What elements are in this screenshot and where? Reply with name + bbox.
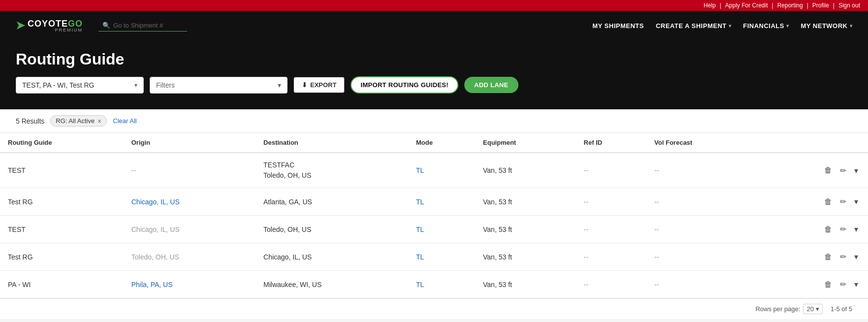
expand-button[interactable]: ▾ [852,164,860,177]
chevron-down-icon: ▾ [786,23,789,29]
col-mode: Mode [408,133,475,153]
apply-credit-link[interactable]: Apply For Credit [725,2,768,9]
cell-actions: 🗑 ✏ ▾ [757,153,868,188]
delete-button[interactable]: 🗑 [822,195,834,208]
profile-link[interactable]: Profile [812,2,829,9]
cell-routing-guide: TEST [0,216,124,243]
cell-routing-guide: TEST [0,153,124,188]
rows-per-page-label: Rows per page: [755,305,800,313]
cell-actions: 🗑 ✏ ▾ [757,271,868,298]
expand-button[interactable]: ▾ [852,195,860,208]
filters-dropdown[interactable]: Filters ▾ [150,77,288,94]
cell-ref-id: -- [576,188,647,216]
cell-equipment: Van, 53 ft [475,271,576,298]
edit-button[interactable]: ✏ [838,195,848,208]
delete-button[interactable]: 🗑 [822,278,834,291]
expand-button[interactable]: ▾ [852,250,860,263]
table-row: Test RG Toledo, OH, US Chicago, IL, US T… [0,243,868,271]
cell-ref-id: -- [576,153,647,188]
shipment-search[interactable]: 🔍 [98,20,187,32]
cell-mode: TL [408,153,475,188]
origin-text: -- [131,166,136,174]
table-row: PA - WI Phila, PA, US Milwaukee, WI, US … [0,271,868,298]
nav-financials[interactable]: FINANCIALS ▾ [743,22,789,30]
cell-equipment: Van, 53 ft [475,153,576,188]
chevron-down-icon: ▾ [729,23,732,29]
export-button[interactable]: ⬇ EXPORT [293,77,345,93]
routing-guide-dropdown[interactable]: TEST, PA - WI, Test RG ▾ [16,77,144,94]
cell-origin[interactable]: Phila, PA, US [124,271,256,298]
nav-my-network[interactable]: MY NETWORK ▾ [801,22,852,30]
origin-link[interactable]: Phila, PA, US [131,281,173,289]
nav-my-shipments[interactable]: MY SHIPMENTS [592,22,644,30]
download-icon: ⬇ [302,81,307,89]
cell-ref-id: -- [576,243,647,271]
origin-link[interactable]: Chicago, IL, US [131,198,180,206]
cell-destination: Milwaukee, WI, US [256,271,408,298]
origin-text: Toledo, OH, US [131,253,179,261]
cell-ref-id: -- [576,216,647,243]
active-filter-tag: RG: All Active × [50,115,107,127]
help-link[interactable]: Help [704,2,716,9]
expand-button[interactable]: ▾ [852,278,860,291]
routing-guide-table: Routing Guide Origin Destination Mode Eq… [0,133,868,298]
page-title: Routing Guide [16,50,852,68]
page-controls: TEST, PA - WI, Test RG ▾ Filters ▾ ⬇ EXP… [16,76,852,94]
delete-button[interactable]: 🗑 [822,223,834,236]
cell-origin: Chicago, IL, US [124,216,256,243]
search-icon: 🔍 [102,22,110,29]
cell-mode: TL [408,243,475,271]
nav-create-shipment[interactable]: CREATE A SHIPMENT ▾ [656,22,731,30]
reporting-link[interactable]: Reporting [777,2,803,9]
cell-actions: 🗑 ✏ ▾ [757,216,868,243]
page-header: Routing Guide TEST, PA - WI, Test RG ▾ F… [0,40,868,109]
logo-premium-text: PREMIUM [28,28,83,32]
cell-mode: TL [408,188,475,216]
cell-routing-guide: Test RG [0,243,124,271]
edit-button[interactable]: ✏ [838,164,848,177]
remove-filter-button[interactable]: × [97,118,101,125]
col-ref-id: Ref ID [576,133,647,153]
cell-equipment: Van, 53 ft [475,243,576,271]
col-actions [757,133,868,153]
edit-button[interactable]: ✏ [838,250,848,263]
cell-equipment: Van, 53 ft [475,216,576,243]
origin-text: Chicago, IL, US [131,225,180,233]
col-routing-guide: Routing Guide [0,133,124,153]
top-bar: Help | Apply For Credit | Reporting | Pr… [0,0,868,11]
cell-destination: Atlanta, GA, US [256,188,408,216]
dropdown-caret-icon: ▾ [134,82,137,89]
cell-destination: Toledo, OH, US [256,216,408,243]
cell-mode: TL [408,271,475,298]
cell-actions: 🗑 ✏ ▾ [757,188,868,216]
cell-origin[interactable]: Chicago, IL, US [124,188,256,216]
table-row: TEST Chicago, IL, US Toledo, OH, US TL V… [0,216,868,243]
logo-go-text: GO [68,19,83,29]
edit-button[interactable]: ✏ [838,278,848,291]
col-destination: Destination [256,133,408,153]
table-footer: Rows per page: 20 ▾ 1-5 of 5 [0,298,868,319]
logo-arrow-icon: ➤ [16,19,25,32]
expand-button[interactable]: ▾ [852,223,860,236]
delete-button[interactable]: 🗑 [822,251,834,263]
search-input[interactable] [113,22,182,29]
add-lane-button[interactable]: ADD LANE [464,77,518,93]
cell-equipment: Van, 53 ft [475,188,576,216]
dropdown-caret-icon: ▾ [278,81,281,89]
cell-routing-guide: PA - WI [0,271,124,298]
cell-routing-guide: Test RG [0,188,124,216]
table-row: TEST -- TESTFACToledo, OH, US TL Van, 53… [0,153,868,188]
delete-button[interactable]: 🗑 [822,164,834,177]
cell-origin: -- [124,153,256,188]
signout-link[interactable]: Sign out [838,2,860,9]
edit-button[interactable]: ✏ [838,223,848,236]
cell-ref-id: -- [576,271,647,298]
col-equipment: Equipment [475,133,576,153]
logo: ➤ COYOTEGO PREMIUM [16,19,83,32]
table-header-row: Routing Guide Origin Destination Mode Eq… [0,133,868,153]
cell-actions: 🗑 ✏ ▾ [757,243,868,271]
cell-vol-forecast: -- [646,188,757,216]
clear-all-button[interactable]: Clear All [113,117,136,125]
rows-per-page-select[interactable]: 20 ▾ [803,304,822,314]
import-routing-guides-button[interactable]: IMPORT ROUTING GUIDES! [351,76,458,94]
